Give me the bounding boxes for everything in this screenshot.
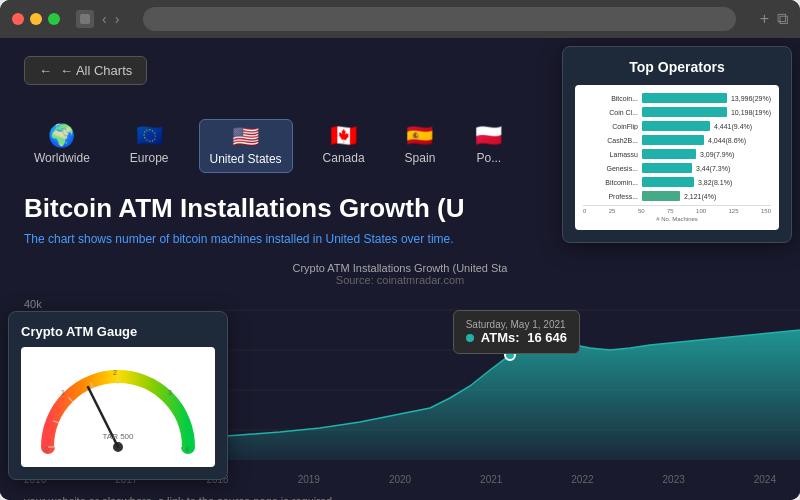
operator-row-8: Profess... 2,121(4%) bbox=[583, 191, 771, 201]
y-axis-label: 40k bbox=[24, 298, 42, 310]
operator-val-5: 3,09(7.9%) bbox=[700, 151, 734, 158]
browser-window: ‹ › + ⧉ ← ← All Charts 🌍 Worldwide bbox=[0, 0, 800, 500]
operator-bar-2 bbox=[642, 107, 727, 117]
chart-header: Crypto ATM Installations Growth (United … bbox=[0, 258, 800, 290]
tab-europe-label: Europe bbox=[130, 151, 169, 165]
operator-val-2: 10,198(19%) bbox=[731, 109, 771, 116]
svg-rect-0 bbox=[80, 14, 90, 24]
operator-row-1: Bitcoin... 13,996(29%) bbox=[583, 93, 771, 103]
browser-content: ← ← All Charts 🌍 Worldwide 🇪🇺 Europe 🇺🇸 … bbox=[0, 38, 800, 500]
operator-val-8: 2,121(4%) bbox=[684, 193, 716, 200]
back-to-charts-button[interactable]: ← ← All Charts bbox=[24, 56, 147, 85]
back-nav-button[interactable]: ‹ bbox=[102, 11, 107, 27]
operator-name-8: Profess... bbox=[583, 193, 638, 200]
subtitle-highlight: United States bbox=[326, 232, 398, 246]
close-button[interactable] bbox=[12, 13, 24, 25]
tab-worldwide-label: Worldwide bbox=[34, 151, 90, 165]
operator-row-3: CoinFlip 4,441(9.4%) bbox=[583, 121, 771, 131]
tooltip-date: Saturday, May 1, 2021 bbox=[466, 319, 567, 330]
tab-canada[interactable]: 🇨🇦 Canada bbox=[313, 119, 375, 173]
operator-row-6: Genesis... 3,44(7.3%) bbox=[583, 163, 771, 173]
browser-actions: + ⧉ bbox=[760, 10, 788, 28]
chart-source: Source: coinatmradar.com bbox=[24, 274, 776, 286]
operator-bar-8 bbox=[642, 191, 680, 201]
operators-chart-label: # No. Machines bbox=[583, 216, 771, 222]
operator-bar-7 bbox=[642, 177, 694, 187]
gauge-container: 0 1 2 3 4 TAR 500 bbox=[21, 347, 215, 467]
operator-name-4: Cash2B... bbox=[583, 137, 638, 144]
flag-europe: 🇪🇺 bbox=[136, 125, 163, 147]
chart-tooltip: Saturday, May 1, 2021 ATMs: 16 646 bbox=[453, 310, 580, 354]
tab-europe[interactable]: 🇪🇺 Europe bbox=[120, 119, 179, 173]
svg-text:0: 0 bbox=[45, 446, 49, 453]
operator-bar-6 bbox=[642, 163, 692, 173]
tab-poland[interactable]: 🇵🇱 Po... bbox=[465, 119, 512, 173]
xaxis-2023: 2023 bbox=[663, 474, 685, 485]
tab-us-label: United States bbox=[210, 152, 282, 166]
top-operators-title: Top Operators bbox=[575, 59, 779, 75]
operator-row-2: Coin Cl... 10,198(19%) bbox=[583, 107, 771, 117]
minimize-button[interactable] bbox=[30, 13, 42, 25]
titlebar: ‹ › + ⧉ bbox=[0, 0, 800, 38]
operator-bar-3 bbox=[642, 121, 710, 131]
tab-spain-label: Spain bbox=[405, 151, 436, 165]
operator-row-7: Bitcomin... 3,82(8.1%) bbox=[583, 177, 771, 187]
address-bar[interactable] bbox=[143, 7, 735, 31]
operator-name-6: Genesis... bbox=[583, 165, 638, 172]
back-arrow-icon: ← bbox=[39, 63, 52, 78]
operator-name-5: Lamassu bbox=[583, 151, 638, 158]
gauge-svg: 0 1 2 3 4 TAR 500 bbox=[33, 357, 203, 457]
browser-controls: ‹ › bbox=[76, 10, 119, 28]
traffic-lights bbox=[12, 13, 60, 25]
operator-val-4: 4,044(8.6%) bbox=[708, 137, 746, 144]
copy-button[interactable]: ⧉ bbox=[777, 10, 788, 28]
operator-val-6: 3,44(7.3%) bbox=[696, 165, 730, 172]
flag-spain: 🇪🇸 bbox=[406, 125, 433, 147]
tooltip-label: ATMs: bbox=[481, 330, 520, 345]
operators-chart: Bitcoin... 13,996(29%) Coin Cl... 10,198… bbox=[575, 85, 779, 230]
operator-row-5: Lamassu 3,09(7.9%) bbox=[583, 149, 771, 159]
operator-bar-5 bbox=[642, 149, 696, 159]
operator-val-7: 3,82(8.1%) bbox=[698, 179, 732, 186]
maximize-button[interactable] bbox=[48, 13, 60, 25]
operator-name-7: Bitcomin... bbox=[583, 179, 638, 186]
tab-poland-label: Po... bbox=[476, 151, 501, 165]
svg-text:2: 2 bbox=[113, 369, 117, 376]
top-operators-panel: Top Operators Bitcoin... 13,996(29%) Coi… bbox=[562, 46, 792, 243]
chart-title: Crypto ATM Installations Growth (United … bbox=[24, 262, 776, 274]
flag-poland: 🇵🇱 bbox=[475, 125, 502, 147]
xaxis-2020: 2020 bbox=[389, 474, 411, 485]
svg-text:4: 4 bbox=[185, 446, 189, 453]
operator-val-3: 4,441(9.4%) bbox=[714, 123, 752, 130]
subtitle-text: The chart shows number of bitcoin machin… bbox=[24, 232, 322, 246]
new-tab-button[interactable]: + bbox=[760, 10, 769, 28]
svg-text:3: 3 bbox=[168, 389, 172, 396]
tab-canada-label: Canada bbox=[323, 151, 365, 165]
operator-bar-1 bbox=[642, 93, 727, 103]
tab-spain[interactable]: 🇪🇸 Spain bbox=[395, 119, 446, 173]
tab-icon bbox=[76, 10, 94, 28]
tab-us[interactable]: 🇺🇸 United States bbox=[199, 119, 293, 173]
tooltip-value: ATMs: 16 646 bbox=[466, 330, 567, 345]
operator-name-2: Coin Cl... bbox=[583, 109, 638, 116]
back-button-label: ← All Charts bbox=[60, 63, 132, 78]
operator-row-4: Cash2B... 4,044(8.6%) bbox=[583, 135, 771, 145]
xaxis-2021: 2021 bbox=[480, 474, 502, 485]
xaxis-2019: 2019 bbox=[298, 474, 320, 485]
operator-bar-4 bbox=[642, 135, 704, 145]
tooltip-atm-value: 16 646 bbox=[527, 330, 567, 345]
svg-text:1: 1 bbox=[61, 389, 65, 396]
footer-note: your website or elsewhere, a link to the… bbox=[0, 489, 800, 500]
flag-worldwide: 🌍 bbox=[48, 125, 75, 147]
xaxis-2022: 2022 bbox=[571, 474, 593, 485]
flag-canada: 🇨🇦 bbox=[330, 125, 357, 147]
operator-val-1: 13,996(29%) bbox=[731, 95, 771, 102]
gauge-panel: Crypto ATM Gauge bbox=[8, 311, 228, 480]
svg-text:TAR 500: TAR 500 bbox=[103, 432, 135, 441]
forward-nav-button[interactable]: › bbox=[115, 11, 120, 27]
tab-worldwide[interactable]: 🌍 Worldwide bbox=[24, 119, 100, 173]
gauge-title: Crypto ATM Gauge bbox=[21, 324, 215, 339]
subtitle-end: over time. bbox=[401, 232, 454, 246]
flag-us: 🇺🇸 bbox=[232, 126, 259, 148]
tooltip-dot-icon bbox=[466, 334, 474, 342]
